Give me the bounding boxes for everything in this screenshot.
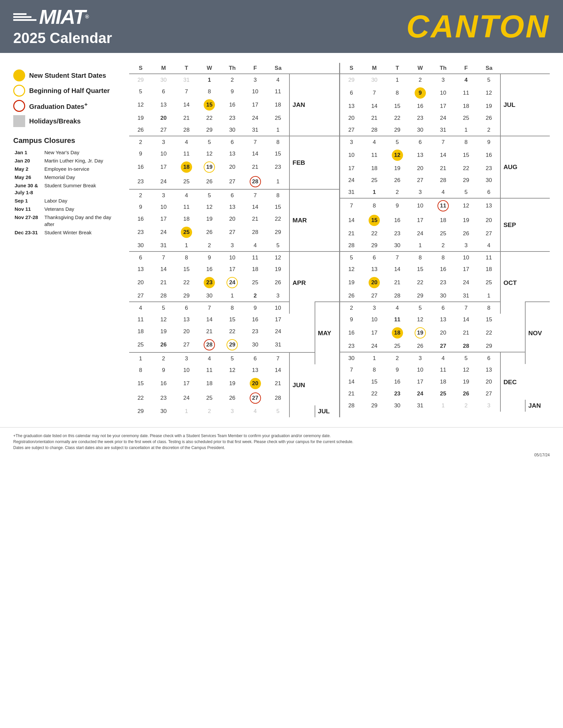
- cal-day: 7: [175, 86, 198, 98]
- col-m: M: [152, 63, 175, 74]
- cal-day: 5: [478, 74, 500, 86]
- cal-day: 11: [129, 314, 152, 326]
- legend-new-student: New Student Start Dates: [13, 69, 119, 81]
- calendar-jul-dec: S M T W Th F Sa 29: [340, 63, 550, 417]
- page-header: MIAT® 2025 Calendar CANTON: [0, 0, 563, 53]
- legend: New Student Start Dates Beginning of Hal…: [13, 69, 119, 127]
- cal-day: 23: [198, 275, 221, 290]
- cal-day: 23: [478, 162, 500, 174]
- cal-day: 11: [363, 148, 386, 162]
- cal-day: 30: [152, 405, 175, 417]
- cal-day: 13: [175, 314, 198, 326]
- month-label-sep: SEP: [500, 198, 525, 251]
- cal-day: 27: [363, 290, 386, 302]
- cal-day: 30: [129, 240, 152, 251]
- table-row: 5 6 7 8 8 10 11 OCT: [340, 251, 550, 263]
- cal-day: 12: [266, 251, 290, 263]
- filled-circle-icon: [13, 69, 25, 81]
- cal-day: 27: [478, 388, 500, 400]
- cal-day: 6: [221, 136, 244, 148]
- calendars-wrapper: S M T W Th F Sa 29: [129, 63, 550, 417]
- closure-desc: Memorial Day: [43, 173, 119, 181]
- cal-day: 2: [386, 186, 409, 198]
- cal-day: 20: [175, 326, 198, 338]
- cal-day: 14: [386, 263, 409, 275]
- cal-day: 20: [409, 162, 432, 174]
- cal-day: 10: [266, 302, 290, 314]
- cal-day: 12: [198, 201, 221, 213]
- cal-day: 23: [129, 225, 152, 240]
- cal-day: 23: [129, 174, 152, 189]
- cal-day: 29: [363, 400, 386, 412]
- cal-day: 22: [198, 112, 221, 124]
- month-label-may: MAY: [315, 302, 339, 364]
- cal-day: 10: [340, 148, 363, 162]
- cal-day: 13: [221, 201, 244, 213]
- cal-day: 29: [478, 340, 500, 352]
- cal-day: 27: [432, 340, 454, 352]
- cal-day: 17: [432, 100, 454, 112]
- cal-day: 18: [386, 326, 409, 340]
- cal-day: 19: [386, 162, 409, 174]
- cal-day: 4: [432, 352, 454, 364]
- cal-day: 21: [152, 275, 175, 290]
- cal-day: 17: [152, 213, 175, 225]
- cal-day: 30: [363, 74, 386, 86]
- cal-day: 6: [175, 302, 198, 314]
- cal-day: 3: [432, 74, 454, 86]
- legend-graduation: Graduation Dates+: [13, 100, 119, 112]
- cal-day: 21: [340, 388, 363, 400]
- cal-day: 3: [221, 405, 244, 417]
- col-t: T: [386, 63, 409, 74]
- cal-day: 4: [175, 136, 198, 148]
- cal-day: 10: [221, 251, 244, 263]
- cal-day: 20: [244, 376, 266, 391]
- cal-day: 9: [129, 148, 152, 160]
- footer-line3: Dates are subject to change. Class start…: [13, 445, 550, 451]
- cal-day: 2: [198, 405, 221, 417]
- footer-line2: Registration/orientation normally are co…: [13, 439, 550, 445]
- cal-day: 27: [409, 174, 432, 186]
- cal-day: 25: [432, 388, 454, 400]
- cal-day: 12: [340, 263, 363, 275]
- cal-day: 29: [266, 225, 290, 240]
- col-f: F: [244, 63, 266, 74]
- cal-day: 29: [129, 74, 152, 86]
- cal-day: 7: [244, 136, 266, 148]
- cal-day: 14: [266, 364, 290, 376]
- cal-day: 8: [455, 136, 478, 148]
- cal-day: 7: [266, 352, 290, 364]
- footer: +The graduation date listed on this cale…: [0, 427, 563, 461]
- cal-day: 26: [455, 228, 478, 240]
- cal-day: 22: [478, 326, 500, 340]
- col-s: S: [340, 63, 363, 74]
- month-label-nov: NOV: [525, 302, 550, 364]
- cal-day: 8: [198, 86, 221, 98]
- cal-day: 26: [340, 290, 363, 302]
- cal-day: 6: [244, 352, 266, 364]
- legend-half-quarter-label: Beginning of Half Quarter: [29, 87, 110, 95]
- cal-day: 30: [409, 124, 432, 136]
- closure-date: Nov 11: [13, 205, 43, 213]
- cal-day: 26: [266, 275, 290, 290]
- month-label-aug: AUG: [500, 136, 525, 198]
- cal-day: 19: [266, 263, 290, 275]
- month-label-dec: DEC: [500, 352, 525, 412]
- table-row: 3 4 5 6 7 8 9 AUG: [340, 136, 550, 148]
- cal-day: 15: [175, 263, 198, 275]
- cal-day: 12: [386, 148, 409, 162]
- cal-day: 10: [152, 148, 175, 160]
- cal-day: 26: [478, 112, 500, 124]
- cal-day: 18: [432, 376, 454, 388]
- cal-day: 22: [266, 213, 290, 225]
- month-label-mar: MAR: [290, 189, 315, 251]
- cal-day: 18: [478, 263, 500, 275]
- cal-day: 25: [198, 391, 221, 405]
- cal-day: 13: [478, 198, 500, 213]
- cal-day: 18: [175, 160, 198, 174]
- cal-day: 21: [432, 162, 454, 174]
- cal-day: 13: [152, 98, 175, 112]
- cal-day: 19: [455, 213, 478, 228]
- cal-day: 13: [340, 100, 363, 112]
- cal-day: 14: [175, 98, 198, 112]
